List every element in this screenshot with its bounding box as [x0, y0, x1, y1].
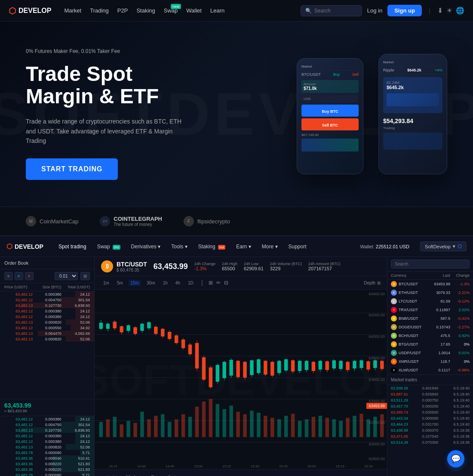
- svg-rect-14: [147, 419, 151, 437]
- tf-1d[interactable]: 1D: [186, 280, 196, 286]
- search-box[interactable]: 🔍: [301, 5, 362, 16]
- ob-buy-row[interactable]: 63,482.12 0.004750 301.54: [0, 422, 94, 427]
- nav-p2p[interactable]: P2P: [117, 7, 128, 14]
- ob-btn-sell[interactable]: ≡: [25, 272, 34, 280]
- nav-wallet[interactable]: Wallet: [186, 7, 202, 14]
- ob-sell-row[interactable]: 63,482.13 0.000820 52.06: [0, 336, 94, 342]
- ob-buy-row[interactable]: 63,482.13 0.000820 52.06: [0, 444, 94, 450]
- svg-rect-60: [133, 327, 137, 334]
- nav-staking[interactable]: Staking: [136, 7, 155, 14]
- search-input[interactable]: [314, 8, 357, 14]
- coin-row[interactable]: B BTC/USDT 63453.99 -1.3%: [387, 280, 473, 288]
- ob-buy-row[interactable]: 63,482.13 0.107730 6,838.93: [0, 427, 94, 433]
- coin-row[interactable]: X XMR/USDT 118.7 0%: [387, 357, 473, 366]
- ob-buy-row[interactable]: 63,483.78 0.000090 5.71: [0, 450, 94, 455]
- ob-expand-btn[interactable]: ⊞: [80, 272, 90, 280]
- ob-sell-row[interactable]: 63,482.13 0.064470 4,092.69: [0, 331, 94, 336]
- platform-nav-staking[interactable]: Staking hot: [194, 242, 230, 251]
- ob-buy-row[interactable]: 63,482.12 0.000380 24.12: [0, 439, 94, 444]
- tab-trigger[interactable]: Trigger Order: [147, 473, 184, 476]
- ob-buy-size: 0.000090: [33, 451, 61, 455]
- ob-sell-row[interactable]: 63,482.12 0.000380 24.12: [0, 291, 94, 297]
- coin-row[interactable]: E ETH/USDT 3079.33 -2.21%: [387, 288, 473, 297]
- nav-market[interactable]: Market: [64, 7, 81, 14]
- platform-nav-swap[interactable]: Swap 9%: [93, 242, 125, 251]
- ob-buy-row[interactable]: 63,483.36 0.008220 521.83: [0, 467, 94, 472]
- coin-row[interactable]: U USDP/USDT 1.0014 0.01%: [387, 349, 473, 357]
- ob-buy-row[interactable]: 63,482.12 0.000380 24.12: [0, 433, 94, 439]
- market-trades-title: Market trades: [387, 374, 473, 385]
- coin-row[interactable]: B BTG/USDT 17.65 0%: [387, 340, 473, 349]
- ob-buy-row[interactable]: 63,483.36 0.008040 510.41: [0, 455, 94, 461]
- ob-sell-row[interactable]: 63,482.12 0.000550 34.92: [0, 325, 94, 331]
- ob-precision-select[interactable]: 0.01: [55, 272, 78, 280]
- coin-row[interactable]: D DOGE/USDT 0.15743 -2.27%: [387, 323, 473, 331]
- phone-back-screen: Market Ripple $645.2k +4% 82.24M $645.2k…: [379, 54, 447, 154]
- ob-btn-buy[interactable]: ≡: [15, 272, 23, 280]
- svg-rect-122: [346, 362, 350, 370]
- svg-rect-50: [99, 323, 103, 329]
- ob-sell-row[interactable]: 63,482.13 0.000820 52.06: [0, 319, 94, 325]
- settings-icon[interactable]: ⊟: [224, 280, 228, 286]
- coin-row[interactable]: T TRX/USDT 0.11897 2.02%: [387, 306, 473, 314]
- tf-4h[interactable]: 4h: [173, 280, 182, 286]
- chart-depth[interactable]: Depth ⊞: [364, 281, 381, 285]
- tf-15m[interactable]: 15m: [129, 280, 141, 286]
- nav-separator: |: [429, 7, 430, 15]
- coin-row[interactable]: X XLM/USDT 0.1117 -0.98%: [387, 366, 473, 374]
- ob-sell-row[interactable]: 63,482.12 0.000380 24.12: [0, 314, 94, 319]
- login-button[interactable]: Log in: [367, 7, 382, 14]
- platform-nav-tools[interactable]: Tools ▾: [167, 242, 191, 251]
- coin-row[interactable]: B BNB/USDT 587.5 -0.41%: [387, 314, 473, 323]
- platform-nav-support[interactable]: Support: [284, 242, 311, 251]
- platform-nav-earn[interactable]: Earn ▾: [232, 242, 255, 251]
- chart-area: ₿ BTC/USDT $ 60,478.35 63,453.99 24h Cha…: [95, 257, 387, 476]
- theme-icon[interactable]: ☀: [446, 6, 452, 15]
- signup-button[interactable]: Sign up: [387, 5, 422, 16]
- ob-btn-all[interactable]: ≡: [4, 272, 13, 280]
- right-panel: Currency Last Change B BTC/USDT 63453.99…: [387, 257, 473, 476]
- logo[interactable]: ⬡ DEVELOP: [9, 6, 51, 16]
- start-trading-button[interactable]: START TRADING: [26, 158, 118, 180]
- ob-buy-price: 63,483.36: [4, 467, 33, 472]
- nav-swap[interactable]: Swap new: [164, 7, 178, 14]
- platform-nav-more[interactable]: More ▾: [258, 242, 282, 251]
- ob-buy-row[interactable]: 63,483.36 0.008220 521.83: [0, 461, 94, 467]
- download-icon[interactable]: ⬇: [437, 6, 443, 15]
- draw-icon[interactable]: ✏: [216, 280, 221, 286]
- coin-change: 2.02%: [450, 308, 470, 312]
- tf-1m[interactable]: 1m: [101, 280, 111, 286]
- order-book: Order Book ≡ ≡ ≡ 0.01 ⊞ Price (USDT) Siz…: [0, 257, 95, 476]
- tf-5m[interactable]: 5m: [115, 280, 125, 286]
- hero-section: SOFTDEVELOP 0% Futures Maker Fee, 0.01% …: [0, 22, 473, 207]
- ob-buy-row[interactable]: 63,482.12 0.000380 24.12: [0, 416, 94, 422]
- ob-buy-row[interactable]: 63,483.78 0.000090 5.71: [0, 472, 94, 476]
- tab-limit[interactable]: Limit: [101, 473, 120, 476]
- trade-row: 63,457.70 0.000200 6.5.19:40: [387, 403, 473, 409]
- rp-search-input[interactable]: [391, 260, 470, 269]
- softdevelop-button[interactable]: SoftDevelop ▾ ⬡: [420, 241, 467, 251]
- tab-market[interactable]: Market: [122, 473, 145, 476]
- coin-row[interactable]: L LTC/USDT 81.59 -0.12%: [387, 297, 473, 306]
- coin-symbol: USDP/USDT: [399, 351, 421, 355]
- platform-logo[interactable]: ⬡ DEVELOP: [6, 242, 43, 250]
- stat-change: 24h Change -1.3%: [194, 262, 215, 271]
- chart-type-icon[interactable]: ⊞: [209, 280, 213, 286]
- trade-price: 63,457.70: [391, 404, 417, 408]
- pair-name-block: BTC/USDT $ 60,478.35: [117, 261, 147, 272]
- language-icon[interactable]: 🌐: [456, 6, 464, 15]
- ob-buy-price: 63,482.12: [4, 417, 33, 421]
- coin-row[interactable]: B BCH/USDT 475.5 0.92%: [387, 331, 473, 340]
- ob-sell-row[interactable]: 63,482.13 0.107730 6,838.93: [0, 303, 94, 308]
- tf-30m[interactable]: 30m: [144, 280, 157, 286]
- platform-nav-derivatives[interactable]: Derivatives ▾: [127, 242, 165, 251]
- ob-sell-row[interactable]: 63,482.12 0.000380 24.12: [0, 308, 94, 314]
- chat-button[interactable]: 💬: [447, 450, 464, 467]
- ob-sell-price: 63,482.12: [4, 298, 33, 302]
- ob-sell-size: 0.000820: [33, 337, 61, 341]
- ob-sell-row[interactable]: 63,482.12 0.004750 301.54: [0, 297, 94, 303]
- platform-nav-spot[interactable]: Spot trading: [54, 242, 91, 251]
- nav-learn[interactable]: Learn: [210, 7, 224, 14]
- tf-1h[interactable]: 1h: [161, 280, 170, 286]
- nav-trading[interactable]: Trading: [90, 7, 109, 14]
